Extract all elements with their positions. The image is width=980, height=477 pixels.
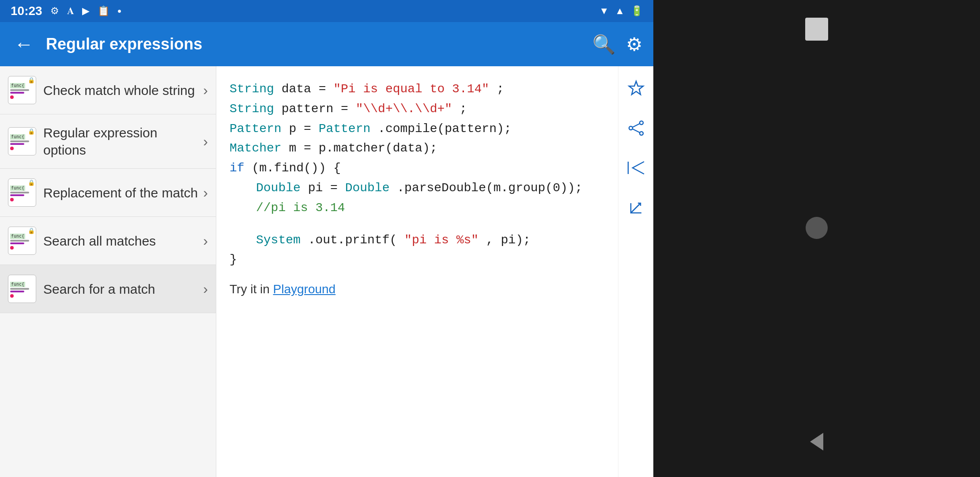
code-token: System [256,233,301,247]
toolbar-icons: 🔍 ⚙ [592,34,643,55]
navigation-panel [653,0,980,477]
battery-icon: 🔋 [631,5,643,17]
code-token: if [230,161,245,175]
main-content: String data = "Pi is equal to 3.14" ; St… [216,66,618,477]
check-match-label: Check match whole string [43,82,199,99]
code-token: p = [289,122,318,136]
settings-status-icon: ⚙ [50,5,59,17]
code-token: "\\d+\\.\\d+" [356,102,452,116]
square-nav-button[interactable] [805,18,828,41]
settings-button[interactable]: ⚙ [626,34,643,55]
status-bar-right: ▼ ▲ 🔋 [599,5,643,17]
svg-line-5 [633,129,640,132]
code-line-9: System .out.printf( "pi is %s" , pi); [230,231,605,250]
svg-marker-0 [629,81,643,95]
code-token: String [230,82,274,96]
check-match-icon: func{ 🔒 [8,76,36,104]
home-circle-button[interactable] [806,217,828,239]
try-it-line: Try it in Playground [230,282,605,296]
sidebar-item-search-all[interactable]: func{ 🔒 Search all matches › [0,217,216,265]
svg-marker-8 [810,433,823,450]
code-token: m = p.matcher(data); [289,141,437,155]
code-line-7: //pi is 3.14 [230,198,605,218]
code-line-1: String data = "Pi is equal to 3.14" ; [230,80,605,99]
code-line-2: String pattern = "\\d+\\.\\d+" ; [230,99,605,119]
playground-link[interactable]: Playground [273,282,336,296]
code-line-6: Double pi = Double .parseDouble(m.group(… [230,178,605,198]
regex-options-label: Regular expression options [43,124,199,159]
code-token: .compile(pattern); [378,122,511,136]
wifi-icon: ▼ [599,5,609,17]
search-for-icon: func{ [8,275,36,303]
regex-options-icon: func{ 🔒 [8,127,36,155]
code-block: String data = "Pi is equal to 3.14" ; St… [230,80,605,270]
clipboard-status-icon: 📋 [98,5,109,17]
star-button[interactable] [623,75,649,102]
code-line-4: Matcher m = p.matcher(data); [230,139,605,159]
content-area: func{ 🔒 Check match whole string › [0,66,653,477]
regex-options-arrow: › [203,133,208,150]
code-token: pattern = [282,102,356,116]
right-actions [618,66,653,477]
code-token: pi = [308,181,345,195]
svg-point-2 [629,126,633,130]
font-status-icon: 𝐀 [67,5,74,17]
back-nav-button[interactable] [653,415,980,468]
dot-status-icon: ● [117,7,122,15]
status-bar: 10:23 ⚙ 𝐀 ▶ 📋 ● ▼ ▲ 🔋 [0,0,653,22]
jump-start-button[interactable] [623,155,649,181]
share-button[interactable] [623,115,649,141]
code-token: "Pi is equal to 3.14" [333,82,489,96]
signal-icon: ▲ [615,5,625,17]
toolbar: ← Regular expressions 🔍 ⚙ [0,22,653,66]
sidebar: func{ 🔒 Check match whole string › [0,66,216,477]
search-all-label: Search all matches [43,232,199,250]
code-token: ; [460,102,467,116]
status-bar-left: 10:23 ⚙ 𝐀 ▶ 📋 ● [11,4,121,18]
code-token: //pi is 3.14 [256,201,345,215]
sidebar-item-regex-options[interactable]: func{ 🔒 Regular expression options › [0,114,216,169]
code-token: ; [497,82,504,96]
replacement-icon: func{ 🔒 [8,178,36,207]
sidebar-item-replacement[interactable]: func{ 🔒 Replacement of the match › [0,169,216,217]
code-token: data = [282,82,334,96]
page-title: Regular expressions [46,35,584,53]
search-all-arrow: › [203,233,208,249]
code-token: .out.printf( [308,233,397,247]
search-for-arrow: › [203,281,208,297]
svg-line-4 [633,124,640,127]
code-token: Pattern [319,122,371,136]
code-token: Pattern [230,122,282,136]
svg-line-7 [631,203,641,213]
code-token: Double [256,181,301,195]
shield-status-icon: ▶ [82,5,90,17]
code-token: String [230,102,274,116]
code-token: "pi is %s" [404,233,479,247]
svg-point-3 [640,132,643,135]
code-token: Matcher [230,141,282,155]
code-line-8 [230,218,605,231]
status-time: 10:23 [11,4,42,18]
code-token: .parseDouble(m.group(0)); [397,181,582,195]
code-line-10: } [230,250,605,270]
replacement-label: Replacement of the match [43,184,199,201]
search-all-icon: func{ 🔒 [8,227,36,255]
try-it-text: Try it in [230,282,273,296]
code-token: (m.find()) { [252,161,341,175]
search-for-label: Search for a match [43,280,199,298]
code-line-5: if (m.find()) { [230,159,605,178]
code-line-3: Pattern p = Pattern .compile(pattern); [230,119,605,139]
code-token: } [230,253,237,266]
edit-button[interactable] [623,194,649,221]
replacement-arrow: › [203,185,208,201]
sidebar-item-check-match[interactable]: func{ 🔒 Check match whole string › [0,66,216,114]
svg-point-1 [640,121,643,125]
code-token: Double [345,181,390,195]
check-match-arrow: › [203,82,208,98]
search-button[interactable]: 🔍 [592,34,615,55]
code-token: , pi); [486,233,531,247]
back-button[interactable]: ← [11,30,37,59]
sidebar-item-search-for[interactable]: func{ Search for a match › [0,265,216,313]
